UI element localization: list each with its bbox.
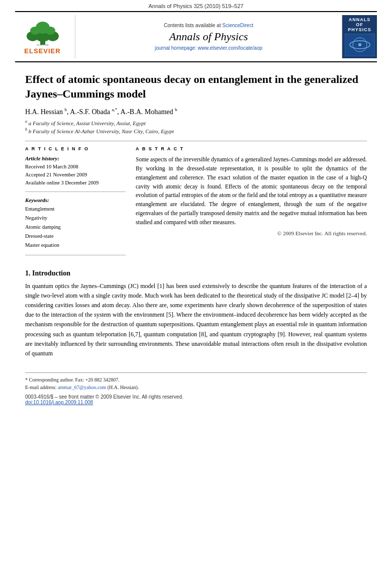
annals-badge: ANNALS OF PHYSICS <box>342 15 377 58</box>
received-date: Received 10 March 2008 <box>25 163 126 171</box>
accepted-date: Accepted 21 November 2009 <box>25 171 126 179</box>
elsevier-label: ELSEVIER <box>24 47 60 55</box>
keyword-5: Master equation <box>25 241 126 250</box>
homepage-url[interactable]: www.elsevier.com/locate/aop <box>198 45 262 51</box>
elsevier-tree-icon: ELSEVIER <box>23 19 63 46</box>
article-history-block: Article history: Received 10 March 2008 … <box>25 155 126 186</box>
abstract-label: A B S T R A C T <box>136 146 367 151</box>
citation-bar: Annals of Physics 325 (2010) 519–527 <box>0 0 392 11</box>
keywords-label: Keywords: <box>25 197 126 203</box>
authors-text: H.A. Hessian b, A.-S.F. Obada a,*, A.-B.… <box>25 108 177 116</box>
info-divider <box>25 192 126 192</box>
section-title-text: Introduction <box>32 269 70 277</box>
abstract-text: Some aspects of the irreversible dynamic… <box>136 155 367 227</box>
footer-bottom: 0003-4916/$ – see front matter © 2009 El… <box>25 394 367 405</box>
article-info-col: A R T I C L E I N F O Article history: R… <box>25 146 126 260</box>
svg-point-6 <box>45 27 55 35</box>
doi-line: doi:10.1016/j.aop.2009.11.008 <box>25 400 367 405</box>
footer-area: * Corresponding author. Fax: +20 882 342… <box>25 372 367 405</box>
available-date: Available online 3 December 2009 <box>25 179 126 187</box>
footnote-email: E-mail address: ammar_67@yahoo.com (H.A.… <box>25 384 367 391</box>
main-content: Effect of atomic spontaneous decay on en… <box>0 62 392 372</box>
doi-link[interactable]: doi:10.1016/j.aop.2009.11.008 <box>25 400 93 405</box>
journal-homepage: journal homepage: www.elsevier.com/locat… <box>155 45 262 51</box>
authors-line: H.A. Hessian b, A.-S.F. Obada a,*, A.-B.… <box>25 107 367 116</box>
abstract-col: A B S T R A C T Some aspects of the irre… <box>136 146 367 260</box>
keyword-3: Atomic damping <box>25 223 126 232</box>
section-title-introduction: 1. Introduction <box>25 269 367 277</box>
annals-badge-image <box>345 34 375 56</box>
footnote-corresponding: * Corresponding author. Fax: +20 882 342… <box>25 376 367 384</box>
svg-text:ELSEVIER: ELSEVIER <box>37 44 49 46</box>
article-title: Effect of atomic spontaneous decay on en… <box>25 72 367 101</box>
keywords-list: Entanglement Negativity Atomic damping D… <box>25 205 126 249</box>
svg-point-11 <box>358 43 361 46</box>
citation-text: Annals of Physics 325 (2010) 519–527 <box>149 3 244 9</box>
issn-line: 0003-4916/$ – see front matter © 2009 El… <box>25 394 367 400</box>
affiliations: a a Faculty of Science, Assiut Universit… <box>25 119 367 134</box>
header-divider <box>25 141 367 141</box>
contents-line: Contents lists available at ScienceDirec… <box>164 23 253 28</box>
journal-header: ELSEVIER ELSEVIER Contents lists availab… <box>15 11 377 62</box>
elsevier-logo: ELSEVIER ELSEVIER <box>15 15 75 58</box>
article-info-label: A R T I C L E I N F O <box>25 146 126 151</box>
journal-center: Contents lists available at ScienceDirec… <box>75 15 342 58</box>
introduction-paragraph: In quantum optics the Jaynes–Cummings (J… <box>25 281 367 359</box>
affiliation-a: a a Faculty of Science, Assiut Universit… <box>25 119 367 126</box>
copyright-line: © 2009 Elsevier Inc. All rights reserved… <box>136 230 367 236</box>
svg-point-5 <box>30 27 40 35</box>
affiliation-b: b b Faculty of Science Al-Azhar Universi… <box>25 127 367 134</box>
history-label: Article history: <box>25 155 126 161</box>
keyword-4: Dressed-state <box>25 232 126 241</box>
sciencedirect-link[interactable]: ScienceDirect <box>222 23 253 28</box>
keywords-divider <box>25 255 126 255</box>
journal-title-header: Annals of Physics <box>169 30 248 43</box>
email-link[interactable]: ammar_67@yahoo.com <box>58 385 106 390</box>
keywords-block: Keywords: Entanglement Negativity Atomic… <box>25 197 126 249</box>
two-col-section: A R T I C L E I N F O Article history: R… <box>25 146 367 260</box>
keyword-2: Negativity <box>25 214 126 223</box>
keyword-1: Entanglement <box>25 205 126 214</box>
